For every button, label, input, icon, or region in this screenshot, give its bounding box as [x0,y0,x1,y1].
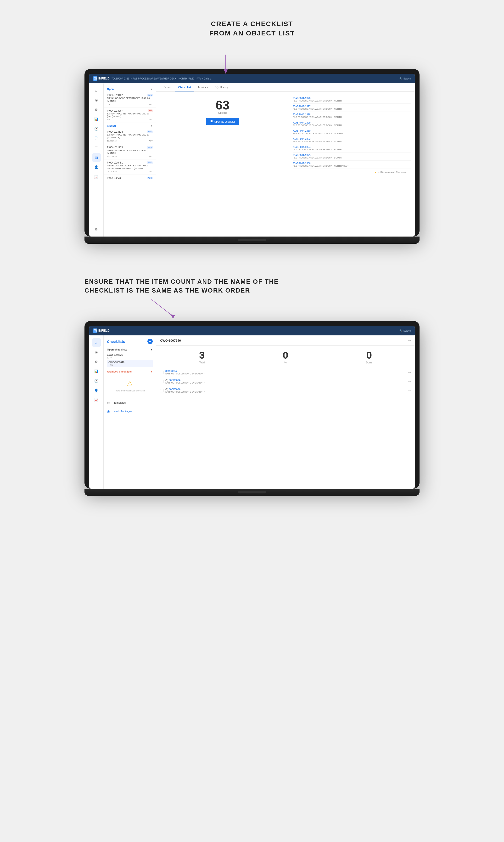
checklist-main: CWO-1007646 ··· 3 Total 0 % [156,336,415,489]
wo-item-4[interactable]: PWO-1011775 AUS BRANN OG GASS DETEKTORER… [104,144,156,159]
breadcrumb-item-2: P&S PROCESS AREA WEATHER DECK - NORTH (P… [132,77,194,80]
wo-id-6: PWO-1006761 [107,177,123,179]
tab-eq-history[interactable]: EQ. History [211,83,231,91]
wo-title-3: EX-KONTROLL INSTRUMENT P40 DEL-07 (12 (M… [107,133,153,139]
sidebar-graph[interactable]: 📈 [92,173,101,181]
laptop-notch-2 [238,491,266,494]
open-toggle[interactable]: ▼ [150,88,153,90]
wo-id-2: PWO-1018267 [107,109,123,112]
templates-label: Templates [114,401,126,404]
sidebar-document[interactable]: 📄 [92,134,101,143]
item-row-1: 70ABP00A-2326 P&S PROCESS AREA WEATHER D… [293,95,411,104]
cwo-sub-1: △ 1/1 [107,356,153,359]
open-checklists-toggle[interactable]: ▼ [150,348,153,351]
wo-title-5: VISUELL OG DETALJERT EX-KONTROLL INSTRUM… [107,164,153,170]
checklist-entry-1[interactable]: 80CK008A EXHAUST COLLECTOR GENERATOR A ·… [156,368,415,377]
sidebar-clock[interactable]: 🕐 [92,125,101,133]
app-body-2: ⌂ ◉ ⚙ 📊 🕐 👤 📈 Checklists + [89,336,415,489]
object-count-display: 63 Objects [216,99,230,114]
archived-toggle[interactable]: ▼ [150,370,153,373]
stat-done: 0 Done [327,350,411,364]
items-list: 70ABP00A-2326 P&S PROCESS AREA WEATHER D… [289,92,415,236]
nav-templates[interactable]: ▤ Templates [104,399,156,407]
sidebar-home[interactable]: ⌂ [92,86,101,95]
add-checklist-btn[interactable]: + [147,339,153,344]
tab-object-list[interactable]: Object list [175,83,194,91]
entry-dots-3[interactable]: ··· [408,389,411,393]
stats-row: 3 Total 0 % 0 Done [156,346,415,368]
checklist-entry-3[interactable]: (2) 80CK008A EXHAUST COLLECTOR GENERATOR… [156,386,415,395]
sidebar-list[interactable]: ☰ [92,144,101,152]
item-desc-2: P&S PROCESS AREA WEATHER DECK - NORTH [293,108,411,110]
search-icon-1: 🔍 [399,77,402,80]
item-row-7: 70ABP00A-2324 P&S PROCESS AREA WEATHER D… [293,144,411,153]
sidebar-gear-2[interactable]: ⚙ [92,357,101,366]
wo-id-4: PWO-1011775 [107,146,123,149]
entry-dots-1[interactable]: ··· [408,370,411,375]
checkbox-2[interactable] [160,380,163,383]
open-as-checklist-btn[interactable]: ☰ Open as checklist [206,118,239,125]
checkbox-3[interactable] [160,389,163,392]
sidebar-person-2[interactable]: 👤 [92,386,101,395]
header-search-1[interactable]: 🔍 Search [399,77,411,80]
laptop-base-2 [85,489,419,496]
wo-item-3[interactable]: PWO-1014514 AUS EX-KONTROLL INSTRUMENT P… [104,129,156,144]
open-label: Open [107,88,114,90]
sidebar-eye[interactable]: ◉ [92,96,101,104]
sidebar-person[interactable]: 👤 [92,163,101,172]
wo-item-5[interactable]: PWO-1010451 AUS VISUELL OG DETALJERT EX-… [104,159,156,175]
nav-work-packages[interactable]: ◉ Work Packages [104,408,156,415]
entry-dots-2[interactable]: ··· [408,379,411,384]
tab-content-1: 63 Objects ☰ Open as checklist [156,92,415,236]
wo-title-2: EX-KONTROLL INSTRUMENT P40 DEL-07 (120 (… [107,112,153,118]
breadcrumb-current: Work Orders [197,77,211,80]
checklist-item-cwo-1[interactable]: CWO-1002626 △ 1/1 [107,353,153,360]
search-text-2: Search [403,329,411,332]
item-tag-4: 70ABP00A-2329 [293,121,411,124]
wo-badge-1: AUS [147,94,153,96]
sidebar-chart[interactable]: 📊 [92,115,101,124]
closed-section-header[interactable]: Closed ▼ [104,123,156,129]
tabs-row-1: Details Object list Activities EQ. Histo… [156,83,415,92]
closed-toggle[interactable]: ▼ [150,125,153,127]
item-tag-5: 70ABP00A-2330 [293,129,411,132]
item-row-3: 70ABP00A-2318 P&S PROCESS AREA WEATHER D… [293,112,411,120]
breadcrumb-1: 70ABP00A-2326 > P&S PROCESS AREA WEATHER… [111,77,211,80]
open-section-header[interactable]: Open ▼ [104,86,156,92]
checkbox-1[interactable] [160,371,163,374]
wo-item-6[interactable]: PWO-1006761 AUS [104,175,156,182]
annotation-1-text: CREATE A CHECKLIST FROM AN OBJECT LIST [209,19,294,38]
item-tag-3: 70ABP00A-2318 [293,113,411,116]
tab-details[interactable]: Details [160,83,175,91]
item-index-3: (2) [165,388,168,391]
tab-activities[interactable]: Activities [194,83,211,91]
sidebar-eye-2[interactable]: ◉ [92,348,101,357]
checklist-entry-2[interactable]: (1) 80CK008A EXHAUST COLLECTOR GENERATOR… [156,377,415,386]
stat-percent-number: 0 [283,350,288,361]
wo-item-1[interactable]: PWO-1019422 AUS BRANN OG GASS DETEKTORER… [104,92,156,107]
item-row-8: 70ABP00A-2325 P&S PROCESS AREA WEATHER D… [293,153,411,161]
sidebar-home-2[interactable]: ⌂ [92,338,101,347]
entry-info-2: (1) 80CK008A EXHAUST COLLECTOR GENERATOR… [165,379,205,384]
archived-section-header[interactable]: Archived checklists ▼ [104,368,156,375]
sidebar-clock-2[interactable]: 🕐 [92,377,101,385]
sidebar-settings-bottom[interactable]: ⚙ [92,225,101,234]
header-search-2[interactable]: 🔍 Search [399,329,411,332]
item-tag-7: 70ABP00A-2324 [293,146,411,148]
item-location-3: EXHAUST COLLECTOR GENERATOR A [165,391,205,393]
three-dots-btn[interactable]: ··· [408,338,411,343]
sidebar-graph-2[interactable]: 📈 [92,396,101,405]
checklist-item-cwo-2[interactable]: CWO-1007646 ○ 0/3 [107,360,153,367]
sidebar-2: ⌂ ◉ ⚙ 📊 🕐 👤 📈 [89,336,104,489]
closed-label: Closed [107,124,116,127]
checklists-title: Checklists [107,339,125,343]
open-checklists-header[interactable]: Open checklists ▼ [107,348,153,351]
item-code-text-2: 80CK008A [169,379,180,382]
wo-item-2[interactable]: PWO-1018267 203 EX-KONTROLL INSTRUMENT P… [104,107,156,123]
sidebar-chart-2[interactable]: 📊 [92,367,101,376]
sidebar-checklist-active[interactable]: ▤ [92,153,101,162]
svg-marker-6 [170,314,175,319]
cwo-sub-2: ○ 0/3 [108,364,151,366]
sidebar-gear[interactable]: ⚙ [92,105,101,114]
entry-left-1: 80CK008A EXHAUST COLLECTOR GENERATOR A [160,370,205,375]
